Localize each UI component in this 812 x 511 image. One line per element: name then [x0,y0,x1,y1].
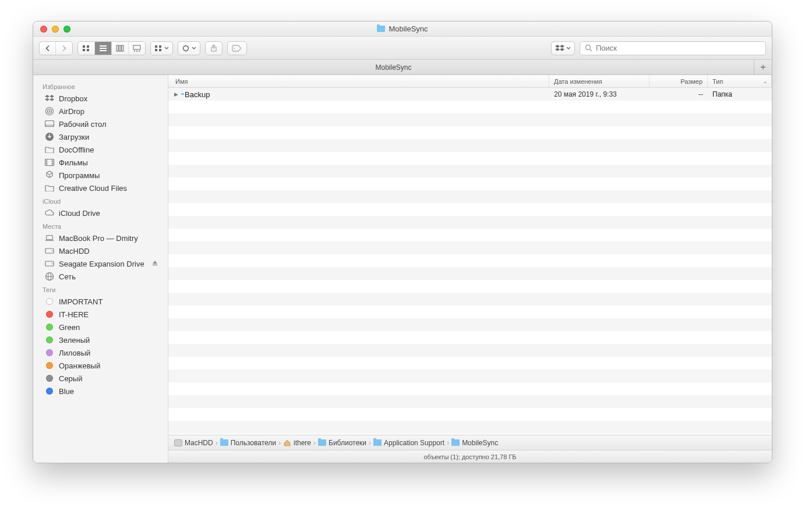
finder-window: MobileSync [33,21,772,463]
tag-dot-icon [46,362,53,369]
path-item[interactable]: ithere [283,439,311,447]
tab-mobilesync[interactable]: MobileSync [33,60,754,74]
action-button[interactable] [178,42,200,55]
sidebar-item-macbook[interactable]: MacBook Pro — Dmitry [33,232,168,244]
column-type[interactable]: Тип⌄ [708,75,772,87]
path-item[interactable]: Библиотеки [318,439,366,447]
column-size[interactable]: Размер [649,75,708,87]
chevron-right-icon: › [369,439,371,447]
sidebar-item-label: Рабочий стол [59,120,107,129]
search-input[interactable] [596,44,761,52]
sort-indicator-icon: ⌄ [763,79,768,84]
window-title-text: MobileSync [389,24,428,33]
svg-rect-9 [122,45,123,51]
column-view-button[interactable] [112,42,129,55]
svg-rect-11 [134,51,135,52]
arrange-button[interactable] [151,42,172,55]
sidebar-item-dropbox[interactable]: Dropbox [33,92,168,105]
svg-line-22 [590,49,592,52]
sidebar-tag-green-ru[interactable]: Зеленый [33,333,168,346]
sidebar-item-downloads[interactable]: Загрузки [33,130,168,143]
file-size: -- [649,90,708,98]
svg-rect-16 [155,49,157,51]
file-row[interactable]: ▶ Backup 20 мая 2019 г., 9:33 -- Папка [168,88,772,101]
sidebar-item-icloud-drive[interactable]: iCloud Drive [33,207,168,219]
file-list[interactable]: ▶ Backup 20 мая 2019 г., 9:33 -- Папка [168,88,772,435]
eject-icon[interactable] [151,260,158,268]
sidebar-tag-important[interactable]: IMPORTANT [33,295,168,308]
sidebar-tag-it-here[interactable]: IT-HERE [33,308,168,321]
sidebar-item-applications[interactable]: Программы [33,169,168,182]
svg-point-41 [52,263,53,264]
sidebar-item-label: IT-HERE [59,310,89,319]
window-body: Избранное Dropbox AirDrop Рабочий стол З… [33,75,772,463]
sidebar-item-label: MacHDD [59,247,90,256]
icon-view-button[interactable] [78,42,95,55]
nav-buttons [39,41,73,55]
sidebar-item-docoffline[interactable]: DocOffline [33,143,168,156]
sidebar-tag-blue[interactable]: Blue [33,385,168,398]
sidebar-item-desktop[interactable]: Рабочий стол [33,118,168,130]
arrange-button-group [150,41,173,55]
svg-rect-10 [133,45,140,49]
sidebar-item-label: Загрузки [59,133,89,141]
svg-point-39 [52,250,53,251]
sidebar-item-label: Seagate Expansion Drive [59,260,144,268]
applications-icon [45,171,54,180]
path-item[interactable]: MobileSync [451,439,498,447]
sidebar-item-label: Green [59,323,80,332]
list-view-button[interactable] [95,42,112,55]
sidebar-item-seagate[interactable]: Seagate Expansion Drive [33,257,168,270]
svg-rect-7 [116,45,118,51]
sidebar-item-creative-cloud[interactable]: Creative Cloud Files [33,182,168,194]
chevron-right-icon: › [447,439,449,447]
column-name[interactable]: Имя [168,75,549,87]
path-item[interactable]: Application Support [373,439,444,447]
zoom-window-button[interactable] [63,26,70,33]
sidebar-item-label: IMPORTANT [59,297,103,306]
tag-dot-icon [46,324,53,331]
disclosure-triangle-icon[interactable]: ▶ [172,91,180,97]
sidebar-tag-green-en[interactable]: Green [33,321,168,333]
minimize-window-button[interactable] [52,26,59,33]
sidebar-item-movies[interactable]: Фильмы [33,156,168,169]
chevron-right-icon: › [216,439,218,447]
svg-rect-29 [45,159,54,166]
status-text: объекты (1); доступно 21,78 ГБ [423,453,516,460]
sidebar-tag-orange[interactable]: Оранжевый [33,359,168,372]
sidebar-item-label: AirDrop [59,107,84,116]
share-button[interactable] [206,42,222,55]
tag-dot-icon [46,298,53,305]
sidebar-item-airdrop[interactable]: AirDrop [33,105,168,118]
path-item[interactable]: MacHDD [174,439,213,447]
svg-point-20 [234,48,235,49]
svg-rect-1 [87,45,89,48]
close-window-button[interactable] [40,26,47,33]
downloads-icon [45,132,54,141]
chevron-right-icon: › [278,439,281,447]
folder-icon [373,439,382,446]
dropbox-button[interactable] [552,42,574,55]
sidebar-tag-gray[interactable]: Серый [33,372,168,385]
sidebar-tag-purple[interactable]: Лиловый [33,346,168,359]
sidebar-item-network[interactable]: Сеть [33,270,168,283]
tags-button-group [227,41,247,55]
svg-rect-15 [159,45,161,48]
forward-button[interactable] [56,42,72,55]
back-button[interactable] [40,42,56,55]
sidebar-item-label: Blue [59,387,74,396]
tag-dot-icon [46,349,53,356]
path-item[interactable]: Пользователи [220,439,276,447]
search-box[interactable] [580,41,766,55]
window-controls [40,26,70,33]
sidebar-item-machdd[interactable]: MacHDD [33,244,168,257]
new-tab-button[interactable]: ＋ [754,60,772,74]
column-date[interactable]: Дата изменения [549,75,649,87]
gallery-view-button[interactable] [129,42,145,55]
sidebar-section-tags: Теги [33,283,168,295]
desktop-icon [45,119,54,129]
sidebar-item-label: Серый [59,374,82,383]
view-mode-buttons [77,41,146,55]
chevron-right-icon: › [313,439,316,447]
tags-button[interactable] [228,42,246,55]
